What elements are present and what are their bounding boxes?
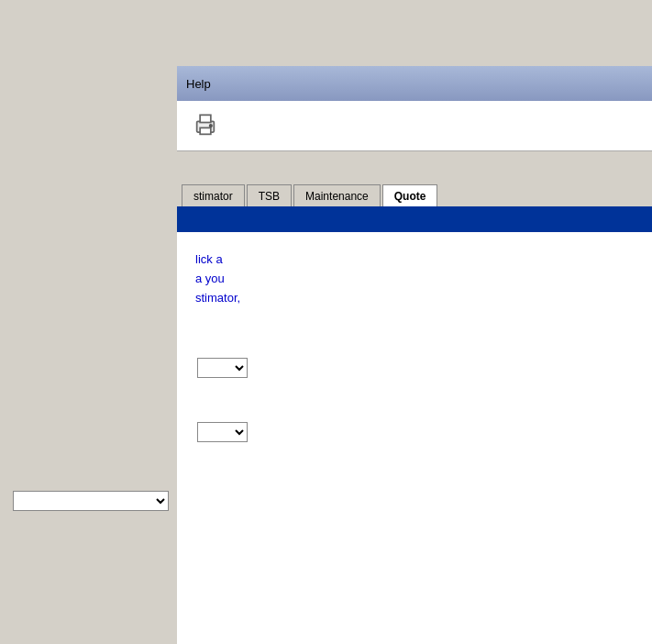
content-header [177, 206, 652, 232]
dropdown-area-1 [197, 358, 248, 378]
tab-maintenance[interactable]: Maintenance [293, 184, 381, 206]
svg-rect-2 [200, 115, 211, 122]
tab-tsb[interactable]: TSB [247, 184, 292, 206]
select-1[interactable] [197, 358, 248, 378]
tab-estimator-label: stimator [193, 190, 233, 203]
tabs-bar: stimator TSB Maintenance Quote [177, 179, 652, 206]
tab-quote-label: Quote [394, 190, 426, 203]
header-bar: Help [177, 66, 652, 101]
model-dropdown-area [13, 491, 169, 511]
content-line3: stimator, [195, 291, 240, 305]
content-text: lick a a you stimator, [195, 250, 634, 307]
app-window: Help stimator TSB Maintenance Quote [0, 0, 652, 644]
tab-tsb-label: TSB [259, 190, 280, 203]
tab-quote[interactable]: Quote [382, 184, 438, 206]
print-button[interactable] [191, 111, 220, 140]
tab-maintenance-label: Maintenance [305, 190, 369, 203]
content-line2: a you [195, 272, 225, 285]
content-area: lick a a you stimator, [177, 232, 652, 644]
tab-estimator[interactable]: stimator [182, 184, 245, 206]
svg-point-3 [210, 125, 212, 127]
dropdown-area-2 [197, 422, 248, 442]
select-2[interactable] [197, 422, 248, 442]
help-label: Help [186, 77, 211, 91]
svg-rect-1 [200, 128, 211, 134]
model-select[interactable] [13, 491, 169, 511]
content-line1: lick a [195, 252, 223, 266]
toolbar-area [177, 101, 652, 151]
